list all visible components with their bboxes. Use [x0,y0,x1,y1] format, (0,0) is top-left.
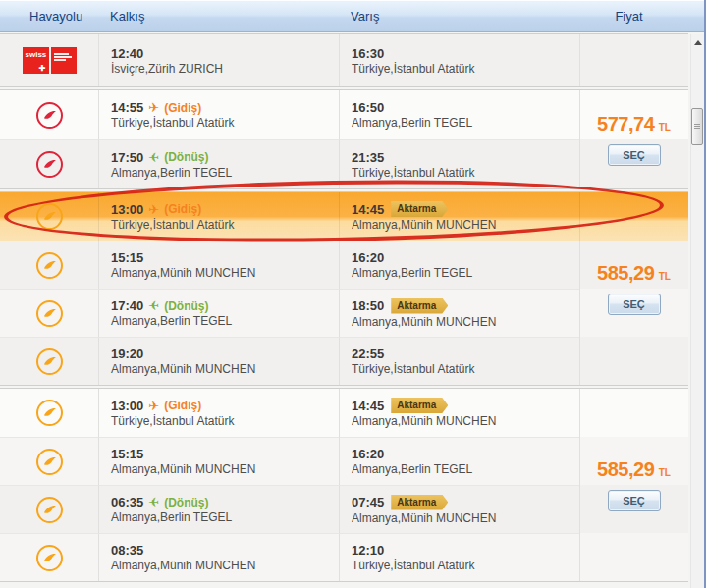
flight-option-group: 13:00 ✈ (Gidiş) Türkiye,İstanbul Atatürk… [0,388,688,582]
direction-label: (Dönüş) [164,496,208,509]
direction-label: (Dönüş) [164,150,208,164]
arrival-location: Türkiye,İstanbul Atatürk [352,559,579,572]
select-flight-button[interactable]: SEÇ [608,294,661,315]
arrival-cell: 14:45 Aktarma Almanya,Münih MUNCHEN [339,389,579,437]
lufthansa-logo-icon [36,252,63,279]
flight-row-highlighted[interactable]: 13:00 ✈ (Gidiş) Türkiye,İstanbul Atatürk… [0,192,688,241]
arrival-time: 21:35 [352,150,384,165]
lufthansa-logo-icon [36,449,63,475]
departure-cell: 15:15 Almanya,Münih MUNCHEN [98,241,339,289]
flight-row[interactable]: swiss✚ 12:40 İsviçre,Zürih ZURICH 16:30 … [0,34,688,86]
departure-location: Türkiye,İstanbul Atatürk [111,218,339,232]
price-currency: TL [659,467,671,478]
arrival-time: 16:30 [352,46,384,61]
departure-location: Almanya,Münih MUNCHEN [111,462,339,476]
departure-time: 06:35 [111,495,143,509]
column-header-arrival: Varış [339,9,579,24]
swiss-logo-wordmark [51,47,77,74]
arrival-location: Türkiye,İstanbul Atatürk [352,166,579,180]
flight-option-group: 14:55 ✈ (Gidiş) Türkiye,İstanbul Atatürk… [0,89,688,189]
arrival-time: 16:50 [352,100,384,115]
swiss-cross-icon: ✚ [39,64,46,73]
price-box: 577,74 TL SEÇ [579,113,688,166]
departure-time: 14:55 [111,100,143,115]
airline-cell [0,485,98,533]
direction-label: (Gidiş) [164,202,201,216]
airline-cell [0,533,98,581]
arrival-cell: 21:35 Türkiye,İstanbul Atatürk [339,139,579,188]
departure-time: 15:15 [111,447,143,461]
flight-row[interactable]: 19:20 Almanya,Münih MUNCHEN 22:55 Türkiy… [0,337,688,385]
turkish-airlines-logo-icon [36,102,63,129]
flight-row[interactable]: 13:00 ✈ (Gidiş) Türkiye,İstanbul Atatürk… [0,389,688,437]
departure-cell: 12:40 İsviçre,Zürih ZURICH [98,34,339,86]
arrival-cell: 14:45 Aktarma Almanya,Münih MUNCHEN [339,192,579,241]
arrival-cell: 07:45 Aktarma Almanya,Münih MUNCHEN [339,485,579,533]
airline-cell [0,241,98,289]
price-box: 585,29 TL SEÇ [579,458,688,511]
departure-time: 19:20 [111,347,143,361]
departure-cell: 13:00 ✈ (Gidiş) Türkiye,İstanbul Atatürk [98,192,339,241]
price-column-spacer [579,389,688,437]
departure-time: 17:50 [111,150,143,165]
airline-cell [0,90,98,139]
airline-cell [0,192,98,241]
lufthansa-logo-icon [36,300,63,327]
direction-label: (Gidiş) [164,399,201,412]
select-flight-button[interactable]: SEÇ [608,490,661,511]
arrival-cell: 16:30 Türkiye,İstanbul Atatürk [339,34,579,86]
arrival-location: Türkiye,İstanbul Atatürk [352,362,579,376]
arrival-time: 14:45 [352,202,384,217]
lufthansa-logo-icon [36,400,63,426]
column-header-price: Fiyat [579,9,706,24]
arrival-time: 07:45 [352,495,384,509]
arrival-cell: 18:50 Aktarma Almanya,Münih MUNCHEN [339,289,579,337]
price-box: 585,29 TL SEÇ [579,262,688,315]
direction-label: (Dönüş) [164,299,208,313]
arrival-location: Almanya,Münih MUNCHEN [352,218,579,232]
price-amount: 585,29 [597,262,654,284]
lufthansa-logo-icon [36,348,63,375]
departure-location: İsviçre,Zürih ZURICH [111,62,339,76]
column-header-departure: Kalkış [98,9,339,24]
arrival-location: Almanya,Berlin TEGEL [352,266,579,280]
price-column-spacer [579,192,688,241]
lufthansa-logo-icon [36,545,63,571]
departure-time: 13:00 [111,202,143,217]
departure-time: 13:00 [111,399,143,413]
airline-cell [0,437,98,485]
arrival-location: Türkiye,İstanbul Atatürk [352,62,579,76]
select-flight-button[interactable]: SEÇ [608,144,661,166]
departure-cell: 19:20 Almanya,Münih MUNCHEN [98,337,339,385]
airline-cell [0,389,98,437]
airline-cell: swiss✚ [0,34,98,86]
outbound-plane-icon: ✈ [148,203,159,216]
price-column-spacer [579,337,688,385]
scrollbar-thumb[interactable] [691,108,703,145]
arrival-location: Almanya,Münih MUNCHEN [352,414,579,428]
price-column-spacer [579,533,688,581]
price-currency: TL [659,122,671,133]
departure-location: Türkiye,İstanbul Atatürk [111,414,339,428]
arrival-time: 14:45 [352,399,384,413]
column-header-airline: Havayolu [0,9,98,24]
flight-results-window: Havayolu Kalkış Varış Fiyat swiss✚ 12:40… [0,0,706,588]
arrival-location: Almanya,Berlin TEGEL [352,116,579,130]
scroll-up-arrow-icon[interactable] [691,34,704,50]
price-amount: 585,29 [597,458,654,480]
arrival-cell: 12:10 Türkiye,İstanbul Atatürk [339,533,579,581]
arrival-location: Almanya,Münih MUNCHEN [352,511,579,525]
arrival-time: 22:55 [352,347,384,361]
flight-row[interactable]: 08:35 Almanya,Münih MUNCHEN 12:10 Türkiy… [0,533,688,581]
lufthansa-logo-icon [36,497,63,523]
transfer-badge: Aktarma [391,201,448,217]
arrival-time: 16:20 [352,447,384,461]
departure-location: Almanya,Berlin TEGEL [111,510,339,524]
return-plane-icon: ✈ [148,151,159,164]
departure-cell: 08:35 Almanya,Münih MUNCHEN [98,533,339,581]
vertical-scrollbar[interactable] [690,34,704,588]
transfer-badge: Aktarma [391,298,448,314]
departure-time: 12:40 [111,46,143,61]
flight-option-group: 13:00 ✈ (Gidiş) Türkiye,İstanbul Atatürk… [0,191,688,386]
arrival-location: Almanya,Münih MUNCHEN [352,315,579,329]
